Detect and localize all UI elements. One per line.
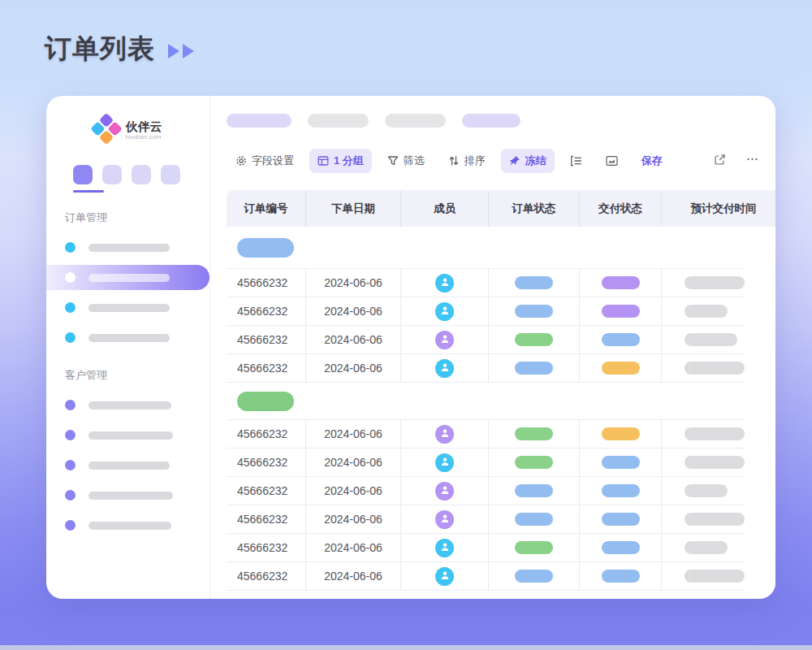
column-header[interactable]: 订单编号 [227, 190, 306, 227]
cell-eta[interactable] [662, 477, 745, 505]
cell-delivery-status[interactable] [580, 297, 662, 325]
cell-eta[interactable] [662, 269, 745, 297]
cell-order-status[interactable] [489, 448, 580, 476]
cell-order-status[interactable] [489, 505, 580, 533]
cell-eta[interactable] [662, 505, 745, 533]
toolbar-group-button[interactable]: 1 分组 [309, 149, 372, 173]
cell-order-status[interactable] [489, 534, 580, 561]
toolbar-chart-button[interactable] [598, 150, 626, 171]
cell-delivery-status[interactable] [580, 505, 662, 533]
toolbar-sort-button[interactable]: 排序 [440, 149, 494, 173]
cell-order-date[interactable]: 2024-06-06 [306, 562, 401, 590]
cell-delivery-status[interactable] [580, 326, 662, 353]
cell-member[interactable] [401, 297, 489, 325]
cell-order-number[interactable]: 45666232 [227, 477, 306, 505]
cell-eta[interactable] [662, 448, 745, 476]
cell-order-status[interactable] [489, 562, 580, 590]
cell-member[interactable] [401, 477, 489, 505]
sidebar-tab-icon[interactable] [161, 165, 180, 184]
group-label-pill[interactable] [237, 392, 294, 411]
cell-order-number[interactable]: 45666232 [227, 534, 306, 561]
cell-delivery-status[interactable] [580, 477, 662, 505]
cell-eta[interactable] [662, 326, 745, 353]
toolbar-filter-button[interactable]: 筛选 [379, 149, 433, 173]
app-logo: 伙伴云 huoban.com [46, 114, 209, 146]
cell-member[interactable] [401, 326, 489, 353]
sidebar-tab-icon[interactable] [73, 165, 93, 184]
cell-member[interactable] [401, 420, 489, 448]
toolbar-field-settings-button[interactable]: 字段设置 [227, 149, 302, 173]
view-tab-placeholder[interactable] [462, 114, 520, 128]
cell-order-status[interactable] [489, 297, 580, 325]
cell-order-date[interactable]: 2024-06-06 [306, 297, 401, 325]
column-header[interactable]: 预计交付时间 [662, 190, 775, 227]
cell-order-date[interactable]: 2024-06-06 [306, 477, 401, 505]
cell-member[interactable] [401, 354, 489, 382]
cell-eta[interactable] [662, 562, 745, 590]
cell-order-number[interactable]: 45666232 [227, 420, 306, 448]
cell-member[interactable] [401, 505, 489, 533]
cell-order-date[interactable]: 2024-06-06 [306, 448, 401, 476]
column-header[interactable]: 订单状态 [489, 190, 580, 227]
cell-order-number[interactable]: 45666232 [227, 269, 306, 297]
cell-order-number[interactable]: 45666232 [227, 448, 306, 476]
column-header[interactable]: 交付状态 [580, 190, 662, 227]
cell-order-status[interactable] [489, 477, 580, 505]
sidebar-item[interactable] [46, 325, 209, 350]
cell-order-date[interactable]: 2024-06-06 [306, 354, 401, 382]
cell-order-date[interactable]: 2024-06-06 [306, 269, 401, 297]
cell-eta[interactable] [662, 420, 745, 448]
cell-eta[interactable] [662, 354, 745, 382]
more-icon [745, 154, 759, 168]
group-header-row[interactable] [227, 227, 745, 269]
cell-member[interactable] [401, 448, 489, 476]
cell-member[interactable] [401, 269, 489, 297]
sidebar-item[interactable] [46, 392, 209, 418]
funnel-icon [387, 155, 399, 167]
cell-order-date[interactable]: 2024-06-06 [306, 534, 401, 561]
cell-order-number[interactable]: 45666232 [227, 326, 306, 353]
cell-delivery-status[interactable] [580, 534, 662, 561]
toolbar-save-button[interactable]: 保存 [633, 149, 671, 173]
cell-delivery-status[interactable] [580, 448, 662, 476]
cell-eta[interactable] [662, 534, 745, 561]
toolbar-row-height-button[interactable] [562, 150, 590, 171]
cell-order-number[interactable]: 45666232 [227, 505, 306, 533]
view-tab-placeholder[interactable] [385, 114, 446, 128]
toolbar-more-button[interactable] [742, 150, 762, 171]
cell-order-date[interactable]: 2024-06-06 [306, 326, 401, 353]
cell-delivery-status[interactable] [580, 354, 662, 382]
cell-order-number[interactable]: 45666232 [227, 297, 306, 325]
group-label-pill[interactable] [237, 238, 294, 258]
view-tab-placeholder[interactable] [308, 114, 369, 128]
cell-delivery-status[interactable] [580, 269, 662, 297]
cell-order-status[interactable] [489, 326, 580, 353]
group-header-row[interactable] [227, 383, 745, 420]
sidebar-item[interactable] [46, 295, 209, 320]
sidebar-item[interactable] [46, 483, 209, 508]
sidebar-item[interactable] [46, 235, 209, 260]
cell-eta[interactable] [662, 297, 745, 325]
sidebar-item[interactable] [46, 513, 209, 538]
sidebar-item[interactable] [46, 422, 209, 448]
column-header[interactable]: 成员 [401, 190, 489, 227]
cell-member[interactable] [401, 534, 489, 561]
view-tab-placeholder[interactable] [227, 114, 292, 128]
cell-order-status[interactable] [489, 420, 580, 448]
cell-order-number[interactable]: 45666232 [227, 562, 306, 590]
cell-order-number[interactable]: 45666232 [227, 354, 306, 382]
cell-order-date[interactable]: 2024-06-06 [306, 420, 401, 448]
sidebar-item-active[interactable] [46, 265, 209, 290]
column-header[interactable]: 下单日期 [306, 190, 401, 227]
cell-order-date[interactable]: 2024-06-06 [306, 505, 401, 533]
sidebar-tab-icon[interactable] [132, 165, 151, 184]
sidebar-tab-icon[interactable] [102, 165, 122, 184]
toolbar-share-button[interactable] [710, 150, 729, 172]
cell-order-status[interactable] [489, 269, 580, 297]
cell-order-status[interactable] [489, 354, 580, 382]
sidebar-item[interactable] [46, 453, 209, 478]
cell-delivery-status[interactable] [580, 562, 662, 590]
cell-delivery-status[interactable] [580, 420, 662, 448]
toolbar-freeze-button[interactable]: 冻结 [501, 149, 555, 173]
cell-member[interactable] [401, 562, 489, 590]
